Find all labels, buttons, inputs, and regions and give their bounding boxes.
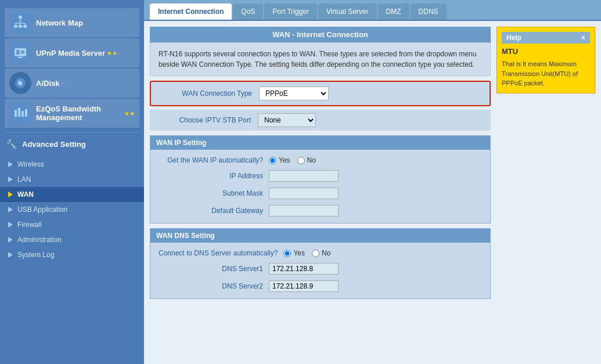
auto-dns-no-label[interactable]: No xyxy=(312,249,330,257)
sidebar-item-upnp-label: UPnP Media Server xyxy=(36,49,105,57)
sidebar-item-advanced-label: Advanced Setting xyxy=(22,140,86,149)
auto-ip-yes-text: Yes xyxy=(279,156,290,164)
aidisk-icon xyxy=(9,72,31,94)
tab-qos[interactable]: QoS xyxy=(233,3,263,20)
auto-ip-no-label[interactable]: No xyxy=(297,156,316,164)
auto-ip-yes-radio[interactable] xyxy=(269,157,276,164)
wan-connection-type-row: WAN Connection Type PPPoE Automatic IP S… xyxy=(150,81,491,106)
tab-internet-connection[interactable]: Internet Connection xyxy=(150,3,232,20)
svg-rect-16 xyxy=(25,109,27,117)
sidebar-item-system-log[interactable]: System Log xyxy=(0,247,144,262)
dns2-input[interactable] xyxy=(269,280,339,292)
wireless-arrow xyxy=(8,161,13,167)
auto-dns-yes-radio[interactable] xyxy=(283,250,291,257)
ezqos-icon xyxy=(9,102,31,124)
sidebar-item-administration[interactable]: Administration xyxy=(0,232,144,247)
sidebar-item-firewall[interactable]: Firewall xyxy=(0,217,144,232)
svg-rect-3 xyxy=(23,25,27,28)
sidebar-item-upnp[interactable]: UPnP Media Server ★★ xyxy=(5,38,139,67)
svg-rect-0 xyxy=(19,16,22,19)
auto-ip-row: Get the WAN IP automatically? Yes No xyxy=(150,153,490,167)
wan-dns-section: WAN DNS Setting Connect to DNS Server au… xyxy=(150,228,491,299)
sidebar-item-aidisk-label: AiDisk xyxy=(36,79,59,88)
gateway-input[interactable] xyxy=(269,205,339,217)
wan-ip-body: Get the WAN IP automatically? Yes No xyxy=(150,150,490,223)
iptv-label: Choose IPTV STB Port xyxy=(158,116,251,124)
help-panel: Help × MTU That is It means Maximum Tran… xyxy=(496,27,595,93)
ip-address-row: IP Address xyxy=(150,167,490,185)
lan-label: LAN xyxy=(17,175,31,183)
syslog-label: System Log xyxy=(17,251,54,259)
sidebar-item-wan[interactable]: WAN xyxy=(0,187,144,202)
subnet-mask-input[interactable] xyxy=(269,188,339,199)
auto-dns-label: Connect to DNS Server automatically? xyxy=(159,249,278,257)
dns2-label: DNS Server2 xyxy=(159,282,263,290)
sidebar-item-network-map[interactable]: Network Map xyxy=(5,8,139,37)
help-header: Help × xyxy=(502,32,590,44)
dns1-input[interactable] xyxy=(269,263,339,275)
auto-ip-radio-group: Yes No xyxy=(269,156,316,164)
tab-dmz[interactable]: DMZ xyxy=(378,3,409,20)
tab-virtual-server[interactable]: Virtual Server xyxy=(318,3,376,20)
svg-rect-1 xyxy=(14,25,17,28)
wan-type-select[interactable]: PPPoE Automatic IP Static IP PPTP L2TP xyxy=(259,87,329,100)
wan-label: WAN xyxy=(17,190,34,199)
firewall-label: Firewall xyxy=(17,221,41,229)
svg-rect-15 xyxy=(21,111,24,117)
iptv-select[interactable]: None Port 1 Port 2 Port 3 Port 4 xyxy=(258,113,316,127)
upnp-icon xyxy=(9,42,31,64)
auto-dns-yes-label[interactable]: Yes xyxy=(283,249,305,257)
intro-text: RT-N16 supports several connection types… xyxy=(150,42,491,76)
auto-dns-row: Connect to DNS Server automatically? Yes… xyxy=(150,246,490,260)
ip-address-label: IP Address xyxy=(159,172,263,180)
svg-rect-14 xyxy=(18,108,20,117)
sidebar-item-ezqos[interactable]: EzQoS Bandwidth Management ★★ xyxy=(5,99,139,128)
dns1-label: DNS Server1 xyxy=(159,265,263,273)
admin-label: Administration xyxy=(17,236,62,244)
svg-point-10 xyxy=(21,51,24,54)
subnet-mask-row: Subnet Mask xyxy=(150,185,490,202)
svg-rect-2 xyxy=(19,25,22,28)
sidebar-item-wireless[interactable]: Wireless xyxy=(0,157,144,172)
sidebar-separator xyxy=(5,132,139,133)
content-area: WAN - Internet Connection RT-N16 support… xyxy=(144,21,601,364)
wan-ip-section: WAN IP Setting Get the WAN IP automatica… xyxy=(150,135,491,224)
sidebar-item-advanced-setting[interactable]: 🔧 Advanced Setting xyxy=(0,134,144,154)
help-header-text: Help xyxy=(506,34,521,42)
sidebar: Network Map UPnP Media Server ★★ xyxy=(0,0,144,364)
auto-ip-no-text: No xyxy=(307,156,316,164)
wan-arrow xyxy=(8,192,13,197)
upnp-badge: ★★ xyxy=(107,50,117,56)
wrench-icon: 🔧 xyxy=(6,139,17,150)
wan-type-label: WAN Connection Type xyxy=(159,89,252,98)
wireless-label: Wireless xyxy=(17,160,44,168)
wan-dns-body: Connect to DNS Server automatically? Yes… xyxy=(150,243,490,298)
auto-ip-label: Get the WAN IP automatically? xyxy=(159,156,263,164)
help-close-button[interactable]: × xyxy=(581,34,585,42)
sidebar-item-lan[interactable]: LAN xyxy=(0,172,144,187)
svg-rect-13 xyxy=(15,110,17,117)
dns2-row: DNS Server2 xyxy=(150,277,490,295)
main-area: Internet Connection QoS Port Trigger Vir… xyxy=(144,0,601,364)
auto-ip-no-radio[interactable] xyxy=(297,157,305,164)
content-main: WAN - Internet Connection RT-N16 support… xyxy=(150,27,491,358)
gateway-row: Default Gateway xyxy=(150,202,490,219)
gateway-label: Default Gateway xyxy=(159,207,263,215)
dns1-row: DNS Server1 xyxy=(150,260,490,277)
admin-arrow xyxy=(8,237,13,243)
usb-label: USB Application xyxy=(17,206,67,214)
auto-dns-no-text: No xyxy=(322,249,330,257)
usb-arrow xyxy=(8,207,13,212)
ip-address-input[interactable] xyxy=(269,170,339,182)
nav-section: Wireless LAN WAN USB Application Firewal… xyxy=(0,157,144,262)
network-map-icon xyxy=(9,12,31,34)
sidebar-item-usb-application[interactable]: USB Application xyxy=(0,202,144,217)
wan-dns-header: WAN DNS Setting xyxy=(150,229,490,243)
auto-dns-no-radio[interactable] xyxy=(312,250,319,257)
aidisk-badge: ··· xyxy=(61,80,66,87)
tab-port-trigger[interactable]: Port Trigger xyxy=(264,3,317,20)
auto-ip-yes-label[interactable]: Yes xyxy=(269,156,290,164)
tab-ddns[interactable]: DDNS xyxy=(411,3,447,20)
sidebar-item-aidisk[interactable]: AiDisk ··· xyxy=(5,69,139,98)
firewall-arrow xyxy=(8,222,13,228)
